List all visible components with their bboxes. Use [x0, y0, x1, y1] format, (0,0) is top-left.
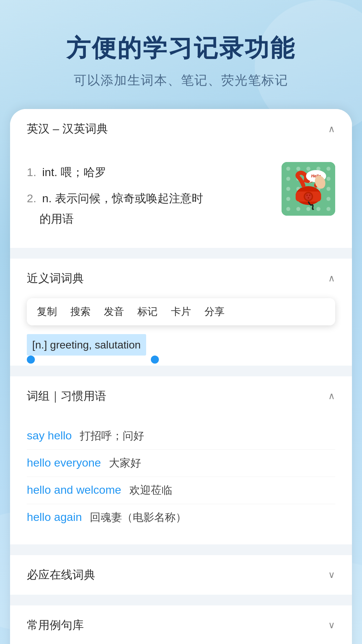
phrases-section-header[interactable]: 词组｜习惯用语 ∧ — [10, 376, 352, 416]
svg-point-23 — [316, 207, 320, 211]
context-search[interactable]: 搜索 — [70, 305, 90, 319]
phrase-en-2: hello everyone — [27, 456, 101, 469]
context-mark[interactable]: 标记 — [137, 305, 158, 319]
svg-point-21 — [296, 207, 300, 211]
dictionary-entries: 1. int. 喂；哈罗 2. n. 表示问候，惊奇或唤起注意时 的用语 — [27, 162, 272, 234]
phrases-section: 词组｜习惯用语 ∧ say hello 打招呼；问好 hello everyon… — [10, 376, 352, 544]
svg-point-28 — [305, 193, 312, 200]
list-item[interactable]: hello everyone 大家好 — [27, 450, 335, 477]
phrase-en-1: say hello — [27, 429, 72, 442]
phrase-zh-4: 回魂妻（电影名称） — [90, 510, 186, 525]
entry-2-type: n. — [42, 192, 52, 205]
list-item[interactable]: hello and welcome 欢迎莅临 — [27, 477, 335, 504]
common-sentences-title: 常用例句库 — [27, 618, 84, 633]
synonyms-section: 近义词词典 ∧ 复制 搜索 发音 标记 卡片 分享 [n.] greeting,… — [10, 259, 352, 366]
dict-entry-2: 2. n. 表示问候，惊奇或唤起注意时 的用语 — [27, 188, 272, 229]
main-card: 英汉 – 汉英词典 ∧ 1. int. 喂；哈罗 2. n. 表示问候，惊奇或唤… — [10, 109, 352, 644]
svg-point-20 — [286, 207, 290, 211]
header: 方便的学习记录功能 可以添加生词本、笔记、荧光笔标记 — [0, 0, 362, 109]
svg-point-14 — [326, 187, 330, 191]
dictionary-section-header[interactable]: 英汉 – 汉英词典 ∧ — [10, 109, 352, 149]
dict-entry-1: 1. int. 喂；哈罗 — [27, 162, 272, 182]
svg-point-31 — [308, 197, 309, 199]
list-item[interactable]: hello again 回魂妻（电影名称） — [27, 504, 335, 531]
context-menu: 复制 搜索 发音 标记 卡片 分享 — [27, 298, 335, 325]
phrase-en-4: hello again — [27, 511, 82, 524]
svg-point-5 — [326, 167, 330, 171]
selection-handle-left — [27, 356, 35, 364]
svg-point-11 — [286, 187, 290, 191]
entry-1-type: int. — [42, 166, 57, 178]
biying-section: 必应在线词典 ∨ — [10, 555, 352, 595]
svg-point-22 — [306, 207, 310, 211]
svg-point-19 — [326, 197, 330, 201]
entry-2-def: 表示问候，惊奇或唤起注意时 的用语 — [27, 192, 203, 225]
dictionary-section: 英汉 – 汉英词典 ∧ 1. int. 喂；哈罗 2. n. 表示问候，惊奇或唤… — [10, 109, 352, 248]
svg-point-2 — [296, 167, 300, 171]
dictionary-entry-row: 1. int. 喂；哈罗 2. n. 表示问候，惊奇或唤起注意时 的用语 — [27, 162, 335, 234]
divider-2 — [10, 371, 352, 376]
context-share[interactable]: 分享 — [204, 305, 225, 319]
synonyms-chevron-icon: ∧ — [328, 273, 335, 284]
divider-1 — [10, 253, 352, 259]
context-pronounce[interactable]: 发音 — [104, 305, 124, 319]
entry-1-def: 喂；哈罗 — [61, 166, 106, 178]
selected-text: [n.] greeting, salutation — [27, 334, 146, 356]
synonyms-section-header[interactable]: 近义词词典 ∧ — [10, 259, 352, 298]
context-copy[interactable]: 复制 — [37, 305, 57, 319]
svg-point-29 — [306, 195, 308, 196]
page-title: 方便的学习记录功能 — [20, 34, 342, 62]
biying-section-header[interactable]: 必应在线词典 ∨ — [10, 555, 352, 595]
selected-text-container: [n.] greeting, salutation — [10, 331, 352, 366]
phrases-chevron-icon: ∧ — [328, 390, 335, 401]
svg-point-3 — [306, 167, 310, 171]
phrase-zh-3: 欢迎莅临 — [129, 483, 172, 498]
common-sentences-section: 常用例句库 ∨ — [10, 605, 352, 644]
context-card[interactable]: 卡片 — [171, 305, 191, 319]
phrase-zh-1: 打招呼；问好 — [80, 429, 144, 443]
svg-point-30 — [309, 195, 310, 196]
selection-handle-right — [151, 356, 159, 364]
biying-chevron-icon: ∨ — [328, 569, 335, 580]
entry-2-num: 2. — [27, 192, 36, 205]
divider-3 — [10, 550, 352, 555]
list-item[interactable]: say hello 打招呼；问好 — [27, 423, 335, 450]
synonyms-title: 近义词词典 — [27, 271, 84, 286]
dictionary-content: 1. int. 喂；哈罗 2. n. 表示问候，惊奇或唤起注意时 的用语 — [10, 149, 352, 248]
page-subtitle: 可以添加生词本、笔记、荧光笔标记 — [20, 72, 342, 89]
entry-1-num: 1. — [27, 166, 36, 178]
divider-4 — [10, 600, 352, 605]
phrase-zh-2: 大家好 — [109, 456, 141, 471]
phrase-en-3: hello and welcome — [27, 483, 121, 496]
hello-image: Hello — [282, 162, 335, 216]
svg-point-15 — [286, 197, 290, 201]
svg-point-6 — [286, 177, 290, 181]
svg-point-10 — [326, 177, 330, 181]
svg-point-24 — [326, 207, 330, 211]
phrase-list: say hello 打招呼；问好 hello everyone 大家好 hell… — [10, 416, 352, 544]
dictionary-chevron-icon: ∧ — [328, 123, 335, 135]
dictionary-title: 英汉 – 汉英词典 — [27, 121, 108, 137]
svg-point-1 — [286, 167, 290, 171]
biying-title: 必应在线词典 — [27, 567, 95, 583]
common-sentences-chevron-icon: ∨ — [328, 620, 335, 631]
common-sentences-header[interactable]: 常用例句库 ∨ — [10, 605, 352, 644]
phrases-title: 词组｜习惯用语 — [27, 388, 106, 404]
